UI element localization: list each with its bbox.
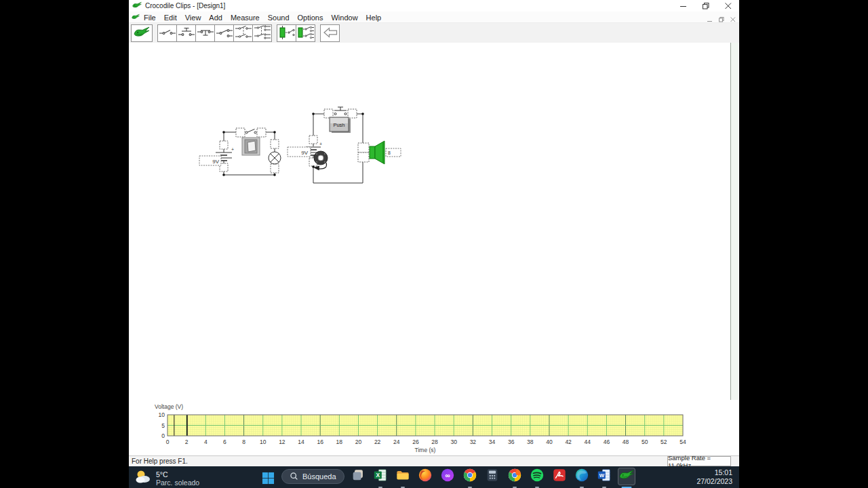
menu-edit[interactable]: Edit: [160, 14, 181, 22]
firefox-taskbar-button[interactable]: [416, 468, 434, 488]
x-tick: 2: [185, 439, 189, 445]
menu-window[interactable]: Window: [327, 14, 361, 22]
infinity-purple-taskbar-button[interactable]: ∞: [439, 468, 456, 488]
switch-push-to-break-button[interactable]: [195, 24, 215, 42]
circuit1-battery[interactable]: + 9V: [199, 141, 234, 171]
edge-taskbar-button[interactable]: [573, 468, 591, 488]
x-tick: 44: [585, 439, 591, 445]
voltage-graph-panel[interactable]: Voltage (V)05100246810121416182022242628…: [129, 400, 739, 455]
weather-widget[interactable]: 5°C Parc. soleado: [134, 468, 199, 488]
window-title: Crocodile Clips - [Design1]: [145, 2, 225, 9]
weather-icon: [134, 468, 152, 488]
edge-icon: [574, 468, 589, 485]
switch-push-to-make-button[interactable]: [176, 24, 196, 42]
spotify-taskbar-button[interactable]: [528, 468, 546, 488]
child-restore-icon[interactable]: [719, 13, 724, 25]
graph-xlabel: Time (s): [415, 447, 436, 453]
calculator-taskbar-button[interactable]: [484, 468, 501, 488]
crocodile-clips-taskbar-button[interactable]: [618, 468, 635, 488]
circuit1-lamp[interactable]: [269, 140, 281, 173]
chrome-taskbar-button[interactable]: [461, 468, 479, 488]
switch-spst-icon: [159, 24, 176, 43]
x-tick: 16: [317, 439, 323, 445]
task-view-taskbar-button[interactable]: [349, 468, 367, 488]
switch-push-to-break-icon: [197, 24, 214, 43]
file-explorer-icon: [395, 468, 410, 485]
x-tick: 50: [642, 439, 648, 445]
restore-icon[interactable]: [694, 0, 717, 12]
menu-view[interactable]: View: [181, 14, 205, 22]
taskbar: 5°C Parc. soleado Búsqueda X∞W 15:01 27/…: [129, 466, 739, 488]
child-minimize-icon[interactable]: [707, 13, 713, 25]
x-tick: 46: [604, 439, 610, 445]
taskbar-clock[interactable]: 15:01 27/02/2023: [696, 468, 732, 486]
crocodile-home-icon: [134, 26, 150, 41]
switch-spdt-icon: [216, 24, 233, 43]
title-bar: Crocodile Clips - [Design1]: [129, 0, 739, 12]
child-close-icon[interactable]: [730, 13, 736, 25]
menu-add[interactable]: Add: [205, 14, 226, 22]
x-tick: 20: [355, 439, 362, 445]
acrobat-taskbar-button[interactable]: [551, 468, 568, 488]
back-arrow-icon: [321, 24, 339, 43]
svg-text:+: +: [231, 147, 234, 152]
menu-measure[interactable]: Measure: [226, 14, 264, 22]
circuit-canvas[interactable]: + 9V: [129, 43, 739, 400]
spotify-icon: [530, 468, 545, 485]
word-taskbar-button[interactable]: W: [595, 468, 613, 488]
component-toolbar: [129, 23, 739, 44]
graph-ylabel: Voltage (V): [155, 403, 183, 410]
x-tick: 6: [223, 439, 226, 445]
svg-text:+: +: [319, 142, 322, 146]
chrome-orange-taskbar-button[interactable]: [506, 468, 524, 488]
excel-taskbar-button[interactable]: X: [372, 468, 389, 488]
word-icon: W: [597, 468, 612, 485]
x-tick: 24: [393, 439, 400, 445]
search-label: Búsqueda: [302, 472, 336, 481]
circuit2-speaker[interactable]: 8: [358, 141, 401, 164]
circuit2-speaker-label: 8: [388, 150, 391, 155]
circuit2[interactable]: Push + 9V: [288, 107, 401, 183]
file-explorer-taskbar-button[interactable]: [394, 468, 412, 488]
weather-desc: Parc. soleado: [156, 479, 199, 487]
status-bar: For Help press F1.: [129, 455, 739, 466]
circuit1[interactable]: + 9V: [199, 128, 281, 176]
child-window-controls: [707, 13, 736, 25]
weather-temp: 5°C: [156, 470, 199, 479]
x-tick: 54: [679, 439, 686, 445]
relay-spdt-button[interactable]: [277, 24, 296, 42]
start-button[interactable]: [259, 469, 277, 487]
menu-options[interactable]: Options: [294, 14, 328, 22]
relay-dpdt-button[interactable]: [296, 24, 315, 42]
x-tick: 30: [450, 439, 457, 445]
x-tick: 34: [489, 439, 496, 445]
circuit1-rocker-switch[interactable]: [236, 128, 266, 155]
circuit2-push-switch[interactable]: Push: [324, 107, 357, 133]
minimize-icon[interactable]: [672, 0, 694, 12]
clock-time: 15:01: [696, 468, 732, 477]
chrome-icon: [462, 468, 477, 485]
switch-spst-button[interactable]: [157, 24, 177, 42]
menu-sound[interactable]: Sound: [264, 14, 294, 22]
x-tick: 14: [298, 439, 304, 445]
menu-file[interactable]: File: [140, 14, 160, 22]
switch-spdt-button[interactable]: [214, 24, 234, 42]
switch-dpdt-button[interactable]: [252, 24, 272, 42]
windows-logo-icon: [262, 472, 275, 485]
clock-date: 27/02/2023: [696, 477, 732, 486]
firefox-icon: [418, 468, 433, 485]
svg-text:∞: ∞: [445, 472, 450, 479]
search-icon: [290, 472, 298, 482]
x-tick: 52: [660, 439, 667, 445]
close-icon[interactable]: [717, 0, 739, 12]
menu-help[interactable]: Help: [362, 14, 386, 22]
switch-dpdt-icon: [254, 24, 271, 43]
circuit2-buzzer[interactable]: [313, 151, 328, 171]
switch-dpst-button[interactable]: [233, 24, 253, 42]
x-tick: 36: [508, 439, 515, 445]
canvas-scrollbar[interactable]: [730, 43, 738, 400]
voltage-graph[interactable]: Voltage (V)05100246810121416182022242628…: [129, 400, 739, 455]
crocodile-home-button[interactable]: [131, 24, 153, 42]
back-arrow-button[interactable]: [320, 24, 340, 42]
search-box[interactable]: Búsqueda: [281, 469, 344, 484]
